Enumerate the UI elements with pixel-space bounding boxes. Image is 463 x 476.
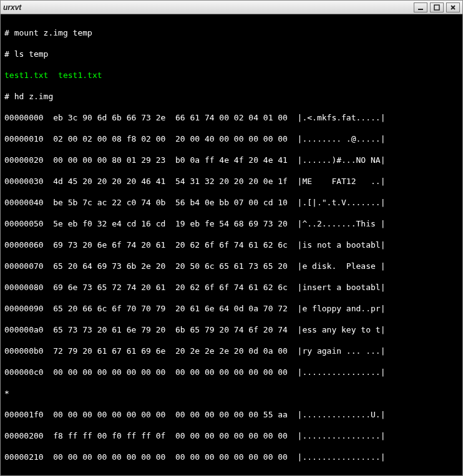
maximize-button[interactable] [430,2,444,12]
hexdump-row: 00000030 4d 45 20 20 20 20 46 41 54 31 3… [4,176,459,187]
cmd-line: # mount z.img temp [4,27,459,38]
svg-rect-1 [434,5,439,10]
hexdump-row: 00000060 69 73 20 6e 6f 74 20 61 20 62 6… [4,240,459,250]
hexdump-row: 000000b0 72 79 20 61 67 61 69 6e 20 2e 2… [4,346,459,356]
terminal-window: urxvt # mount z.img temp # ls temp test1… [0,0,463,476]
hexdump-row: 00000040 be 5b 7c ac 22 c0 74 0b 56 b4 0… [4,197,459,208]
svg-line-3 [451,6,455,9]
hexdump-row: 000000c0 00 00 00 00 00 00 00 00 00 00 0… [4,367,459,377]
hexdump-row: 00000000 eb 3c 90 6d 6b 66 73 2e 66 61 7… [4,112,459,123]
hexdump-gap: * [4,388,459,399]
window-title: urxvt [3,3,21,12]
close-button[interactable] [446,2,460,12]
cmd-line: # ls temp [4,49,459,59]
hexdump-row: 00000090 65 20 66 6c 6f 70 70 79 20 61 6… [4,303,459,314]
minimize-icon [417,4,424,11]
svg-line-2 [451,6,455,9]
hexdump-row: 00000070 65 20 64 69 73 6b 2e 20 20 50 6… [4,261,459,271]
maximize-icon [434,4,440,11]
cmd-line: # hd z.img [4,91,459,102]
close-icon [450,4,456,11]
hexdump-row: 00000200 f8 ff ff 00 f0 ff ff 0f 00 00 0… [4,430,459,441]
hexdump-gap: * [4,473,459,475]
hexdump-row: 00000210 00 00 00 00 00 00 00 00 00 00 0… [4,452,459,462]
ls-output: test1.txt test1.txt [4,70,459,80]
hexdump-row: 000001f0 00 00 00 00 00 00 00 00 00 00 0… [4,409,459,420]
hexdump-row: 000000a0 65 73 73 20 61 6e 79 20 6b 65 7… [4,324,459,335]
hexdump-row: 00000020 00 00 00 00 80 01 29 23 b0 0a f… [4,155,459,165]
hexdump-row: 00000050 5e eb f0 32 e4 cd 16 cd 19 eb f… [4,218,459,229]
hexdump-row: 00000080 69 6e 73 65 72 74 20 61 20 62 6… [4,282,459,293]
minimize-button[interactable] [414,2,427,12]
titlebar[interactable]: urxvt [1,1,462,14]
terminal-content[interactable]: # mount z.img temp # ls temp test1.txt t… [1,14,462,475]
hexdump-row: 00000010 02 00 02 00 08 f8 02 00 20 00 4… [4,134,459,144]
